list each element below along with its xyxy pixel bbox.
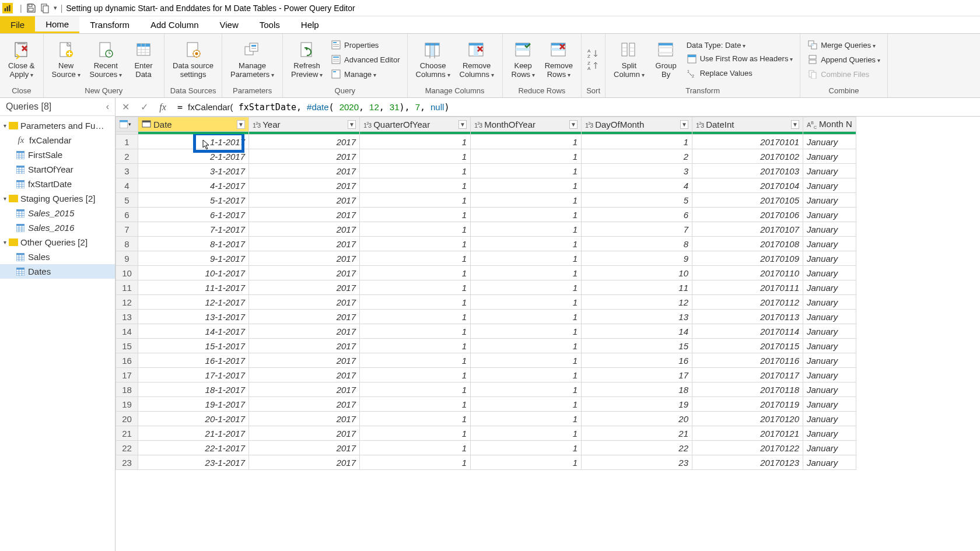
column-header-dateint[interactable]: 123DateInt▼	[692, 117, 803, 132]
cell[interactable]: 1	[471, 324, 582, 339]
table-row[interactable]: 44-1-2017201711420170104January	[116, 178, 856, 193]
cell[interactable]: 1	[360, 441, 471, 455]
row-number[interactable]: 11	[116, 280, 138, 295]
cell[interactable]: 5-1-2017	[138, 193, 249, 208]
cell[interactable]: 9-1-2017	[138, 251, 249, 266]
cell[interactable]: 1	[471, 397, 582, 412]
cell[interactable]: 21-1-2017	[138, 426, 249, 441]
cell[interactable]: 20170121	[692, 426, 803, 441]
cell[interactable]: 2017	[249, 368, 360, 382]
cell[interactable]: 2017	[249, 426, 360, 441]
cell[interactable]: 1	[471, 193, 582, 208]
row-number[interactable]: 20	[116, 412, 138, 426]
cell[interactable]: 2017	[249, 412, 360, 426]
row-number[interactable]: 21	[116, 426, 138, 441]
cell[interactable]: 1	[360, 266, 471, 280]
data-source-settings-button[interactable]: Data source settings	[168, 39, 218, 80]
cell[interactable]: 7-1-2017	[138, 222, 249, 237]
cell[interactable]: 1	[471, 353, 582, 368]
column-header-month n[interactable]: ABCMonth N	[803, 117, 856, 132]
row-number[interactable]: 12	[116, 295, 138, 310]
cell[interactable]: 2	[582, 149, 692, 164]
cell[interactable]: January	[803, 251, 856, 266]
cell[interactable]: 2017	[249, 310, 360, 324]
remove-columns-button[interactable]: Remove Columns	[455, 39, 499, 80]
cell[interactable]: January	[803, 208, 856, 222]
qat-dropdown-icon[interactable]: ▾	[54, 4, 57, 12]
cell[interactable]: 20	[582, 412, 692, 426]
table-row[interactable]: 55-1-2017201711520170105January	[116, 193, 856, 208]
new-source-button[interactable]: New Source	[47, 39, 85, 80]
row-number[interactable]: 15	[116, 339, 138, 353]
cell[interactable]: January	[803, 339, 856, 353]
table-row[interactable]: 77-1-2017201711720170107January	[116, 222, 856, 237]
column-header-monthofyear[interactable]: 123MonthOfYear▼	[471, 117, 582, 132]
query-item-startofyear[interactable]: StartOfYear	[0, 162, 115, 177]
cell[interactable]: 20170122	[692, 441, 803, 455]
cell[interactable]: 20170109	[692, 251, 803, 266]
filter-icon[interactable]: ▼	[569, 120, 578, 129]
cell[interactable]: 1	[360, 324, 471, 339]
cell[interactable]: 1-1-2017	[138, 135, 249, 149]
query-item-fxcalendar[interactable]: fxfxCalendar	[0, 133, 115, 148]
table-row[interactable]: 2323-1-20172017112320170123January	[116, 455, 856, 470]
table-row[interactable]: 1010-1-20172017111020170110January	[116, 266, 856, 280]
filter-icon[interactable]: ▼	[459, 120, 467, 129]
cell[interactable]: 7	[582, 222, 692, 237]
cell[interactable]: 5	[582, 193, 692, 208]
cell[interactable]: 1	[360, 178, 471, 193]
cell[interactable]: 20170114	[692, 324, 803, 339]
cell[interactable]: 6-1-2017	[138, 208, 249, 222]
row-number[interactable]: 22	[116, 441, 138, 455]
cell[interactable]: 20170101	[692, 135, 803, 149]
cell[interactable]: 18	[582, 382, 692, 397]
query-item-dates[interactable]: Dates	[0, 264, 115, 279]
cell[interactable]: 12-1-2017	[138, 295, 249, 310]
column-header-dayofmonth[interactable]: 123DayOfMonth▼	[582, 117, 692, 132]
first-row-headers-button[interactable]: Use First Row as Headers	[683, 52, 797, 65]
cell[interactable]: 2017	[249, 208, 360, 222]
row-number[interactable]: 18	[116, 382, 138, 397]
column-header-quarterofyear[interactable]: 123QuarterOfYear▼	[360, 117, 471, 132]
collapse-icon[interactable]: ‹	[106, 101, 109, 112]
cell[interactable]: 2017	[249, 324, 360, 339]
cell[interactable]: 2017	[249, 382, 360, 397]
row-number[interactable]: 23	[116, 455, 138, 470]
cell[interactable]: 20170110	[692, 266, 803, 280]
cell[interactable]: 1	[360, 164, 471, 178]
cell[interactable]: 10-1-2017	[138, 266, 249, 280]
cell[interactable]: 20170112	[692, 295, 803, 310]
cell[interactable]: 2017	[249, 339, 360, 353]
cell[interactable]: 2-1-2017	[138, 149, 249, 164]
cell[interactable]: 2017	[249, 222, 360, 237]
cell[interactable]: 20170103	[692, 164, 803, 178]
row-number[interactable]: 2	[116, 149, 138, 164]
keep-rows-button[interactable]: Keep Rows	[506, 39, 540, 80]
cell[interactable]: 1	[471, 412, 582, 426]
cell[interactable]: 1	[471, 135, 582, 149]
close-apply-button[interactable]: Close & Apply	[4, 39, 40, 80]
cell[interactable]: 19	[582, 397, 692, 412]
row-number[interactable]: 4	[116, 178, 138, 193]
group-by-button[interactable]: Group By	[649, 39, 683, 80]
cell[interactable]: 9	[582, 251, 692, 266]
row-number[interactable]: 16	[116, 353, 138, 368]
queries-header[interactable]: Queries [8] ‹	[0, 98, 115, 116]
cell[interactable]: 2017	[249, 266, 360, 280]
cell[interactable]: 1	[471, 368, 582, 382]
qat-save-icon[interactable]	[26, 3, 36, 13]
row-number[interactable]: 17	[116, 368, 138, 382]
query-item-sales_2015[interactable]: Sales_2015	[0, 206, 115, 220]
cell[interactable]: 1	[360, 310, 471, 324]
combine-files-button[interactable]: Combine Files	[804, 68, 884, 80]
table-row[interactable]: 2222-1-20172017112220170122January	[116, 441, 856, 455]
cell[interactable]: 2017	[249, 280, 360, 295]
cell[interactable]: 1	[360, 426, 471, 441]
table-row[interactable]: 2020-1-20172017112020170120January	[116, 412, 856, 426]
cell[interactable]: 23-1-2017	[138, 455, 249, 470]
menu-tab-help[interactable]: Help	[290, 16, 330, 33]
cell[interactable]: January	[803, 295, 856, 310]
cell[interactable]: January	[803, 426, 856, 441]
sort-desc-button[interactable]: ZA	[587, 61, 599, 71]
row-number[interactable]: 9	[116, 251, 138, 266]
